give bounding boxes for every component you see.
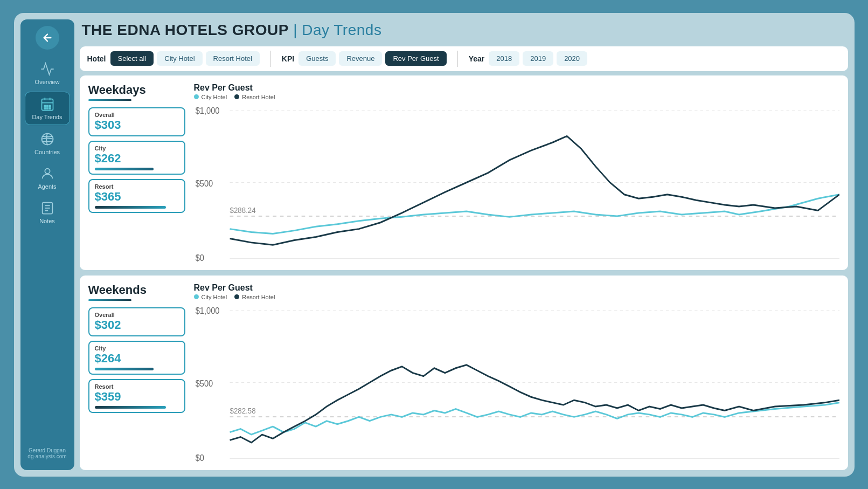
weekdays-title: Weekdays [88, 83, 185, 97]
svg-text:$0: $0 [195, 453, 204, 463]
weekends-card: Weekends Overall $302 City $264 Resort $… [80, 276, 848, 470]
weekdays-city-legend-label: City Hotel [202, 94, 227, 100]
svg-rect-6 [49, 105, 50, 106]
year-filter-label: Year [469, 54, 485, 63]
year-2019-button[interactable]: 2019 [523, 51, 553, 66]
svg-point-10 [41, 133, 53, 144]
title-light: | Day Trends [289, 22, 382, 38]
weekends-city-dot [194, 294, 199, 299]
weekdays-legend: City Hotel Resort Hotel [194, 94, 839, 100]
weekdays-overall-label: Overall [95, 112, 179, 118]
weekdays-city-label: City [95, 145, 179, 151]
weekends-chart-container: $1,000 $500 $0 $282.58 [194, 302, 839, 463]
sidebar-label-day-trends: Day Trends [32, 114, 62, 120]
weekdays-resort-label: Resort [95, 183, 179, 190]
sidebar-item-overview[interactable]: Overview [25, 57, 70, 89]
sidebar-label-notes: Notes [39, 218, 55, 224]
weekdays-resort-box: Resort $365 [88, 179, 185, 213]
svg-text:$0: $0 [195, 253, 204, 263]
year-filter-group: Year 2018 2019 2020 [469, 51, 587, 66]
sidebar-item-countries[interactable]: Countries [25, 127, 70, 160]
weekdays-chart-title: Rev Per Guest [194, 83, 839, 93]
weekends-left: Weekends Overall $302 City $264 Resort $… [88, 283, 185, 463]
weekdays-card: Weekdays Overall $303 City $262 Resort $… [80, 75, 848, 270]
outer-container: Overview Day Trends Countries [14, 13, 855, 477]
weekends-right: Rev Per Guest City Hotel Resort Hotel [194, 283, 839, 463]
weekends-city-label: City [95, 345, 179, 352]
weekdays-chart-container: $1,000 $500 $0 $288.24 [194, 102, 839, 263]
guests-button[interactable]: Guests [298, 51, 336, 66]
hotel-filter-group: Hotel Select all City Hotel Resort Hotel [87, 51, 260, 66]
weekdays-overall-box: Overall $303 [88, 107, 185, 136]
svg-text:$500: $500 [195, 178, 213, 188]
svg-text:$1,000: $1,000 [195, 306, 219, 315]
sidebar-footer: Gerard Duggan dg-analysis.com [23, 443, 71, 464]
resort-hotel-button[interactable]: Resort Hotel [206, 51, 260, 66]
weekdays-legend-resort: Resort Hotel [234, 94, 275, 100]
svg-rect-4 [44, 105, 45, 106]
weekends-legend-city: City Hotel [194, 294, 227, 300]
weekends-underline [88, 299, 131, 301]
year-2020-button[interactable]: 2020 [557, 51, 587, 66]
city-hotel-button[interactable]: City Hotel [157, 51, 202, 66]
weekends-overall-label: Overall [95, 312, 179, 318]
weekdays-left: Weekdays Overall $303 City $262 Resort $… [88, 83, 185, 263]
svg-text:$282.58: $282.58 [230, 406, 255, 415]
weekdays-resort-bar [95, 206, 166, 209]
weekdays-right: Rev Per Guest City Hotel Resort Hotel [194, 83, 839, 263]
sidebar-label-agents: Agents [38, 183, 56, 190]
weekends-resort-label: Resort [95, 383, 179, 390]
footer-name: Gerard Duggan [27, 447, 66, 453]
weekdays-city-dot [194, 94, 199, 99]
svg-text:$1,000: $1,000 [195, 106, 219, 115]
weekends-legend: City Hotel Resort Hotel [194, 294, 839, 300]
weekends-chart-svg: $1,000 $500 $0 $282.58 [194, 302, 839, 463]
sidebar-item-day-trends[interactable]: Day Trends [25, 92, 70, 125]
weekdays-city-bar [95, 168, 154, 170]
weekdays-resort-value: $365 [95, 190, 179, 204]
divider-1 [270, 51, 271, 67]
weekends-title: Weekends [88, 283, 185, 297]
kpi-filter-label: KPI [282, 54, 294, 63]
sidebar-label-overview: Overview [35, 79, 60, 85]
weekends-resort-dot [234, 294, 239, 299]
sidebar-item-notes[interactable]: Notes [25, 196, 70, 229]
sidebar: Overview Day Trends Countries [20, 19, 74, 470]
weekends-resort-value: $359 [95, 390, 179, 404]
revenue-button[interactable]: Revenue [339, 51, 382, 66]
weekdays-overall-value: $303 [95, 118, 179, 132]
filter-bar: Hotel Select all City Hotel Resort Hotel… [80, 46, 848, 71]
kpi-filter-group: KPI Guests Revenue Rev Per Guest [282, 51, 447, 66]
weekends-city-legend-label: City Hotel [202, 294, 227, 300]
sidebar-item-agents[interactable]: Agents [25, 162, 70, 194]
divider-2 [457, 51, 458, 67]
back-button[interactable] [36, 26, 59, 50]
charts-area: Weekdays Overall $303 City $262 Resort $… [80, 75, 848, 470]
weekdays-city-value: $262 [95, 151, 179, 166]
weekends-resort-box: Resort $359 [88, 379, 185, 413]
svg-text:$500: $500 [195, 378, 213, 388]
weekdays-resort-dot [234, 94, 239, 99]
svg-text:$288.24: $288.24 [230, 205, 255, 215]
svg-rect-5 [46, 105, 47, 106]
weekends-overall-box: Overall $302 [88, 307, 185, 336]
sidebar-label-countries: Countries [34, 149, 60, 155]
select-all-button[interactable]: Select all [110, 51, 154, 66]
weekdays-underline [88, 99, 131, 101]
weekdays-chart-svg: $1,000 $500 $0 $288.24 [194, 102, 839, 263]
weekends-legend-resort: Resort Hotel [234, 294, 275, 300]
page-title: THE EDNA HOTELS GROUP | Day Trends [80, 19, 848, 42]
weekends-chart-title: Rev Per Guest [194, 283, 839, 293]
weekdays-resort-legend-label: Resort Hotel [242, 94, 275, 100]
weekends-city-value: $264 [95, 352, 179, 366]
rev-per-guest-button[interactable]: Rev Per Guest [385, 51, 446, 66]
svg-rect-9 [49, 108, 50, 109]
weekdays-city-box: City $262 [88, 141, 185, 175]
weekends-city-bar [95, 368, 154, 370]
weekdays-legend-city: City Hotel [194, 94, 227, 100]
weekends-resort-bar [95, 406, 166, 409]
year-2018-button[interactable]: 2018 [489, 51, 519, 66]
weekends-overall-value: $302 [95, 318, 179, 332]
title-bold: THE EDNA HOTELS GROUP [82, 22, 289, 38]
main-content: THE EDNA HOTELS GROUP | Day Trends Hotel… [80, 19, 848, 470]
